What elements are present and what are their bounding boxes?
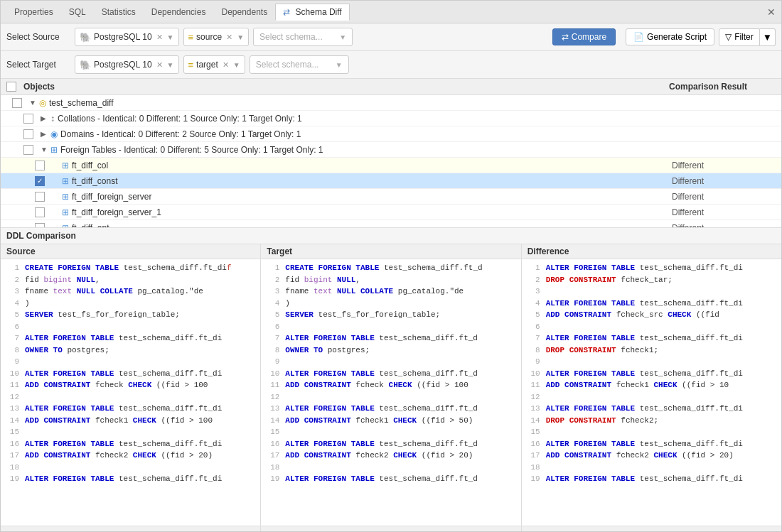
filter-group: ▽ Filter ▼ — [719, 28, 776, 46]
tab-dependents[interactable]: Dependents — [213, 4, 275, 21]
ddl-difference-header: Difference — [522, 244, 781, 259]
tree-toggle[interactable]: ▼ — [41, 146, 48, 153]
ddl-target-code[interactable]: 1CREATE FOREIGN TABLE test_schema_diff.f… — [261, 259, 520, 526]
main-window: Properties SQL Statistics Dependencies D… — [0, 0, 782, 532]
ddl-difference-code[interactable]: 1ALTER FOREIGN TABLE test_schema_diff.ft… — [522, 259, 781, 526]
row-checkbox[interactable] — [35, 223, 45, 229]
tree-label: ft_diff_col — [72, 161, 108, 170]
tree-row[interactable]: ▶ ◉ Domains - Identical: 0 Different: 2 … — [1, 126, 781, 142]
compare-button[interactable]: ⇄ Compare — [552, 28, 616, 45]
source-schema-select[interactable]: Select schema... ▼ — [253, 28, 353, 46]
generate-script-group: 📄 Generate Script — [626, 28, 714, 45]
source-schema-db-select[interactable]: ≡ source ✕ ▼ — [183, 28, 250, 46]
ddl-panels: Source 1CREATE FOREIGN TABLE test_schema… — [1, 244, 781, 531]
target-db-select[interactable]: 🐘 PostgreSQL 10 ✕ ▼ — [75, 55, 179, 74]
tree-result: Different — [672, 161, 778, 170]
generate-script-button[interactable]: 📄 Generate Script — [626, 28, 714, 45]
ddl-target-panel: Target 1CREATE FOREIGN TABLE test_schema… — [261, 244, 521, 531]
ddl-section: DDL Comparison Source 1CREATE FOREIGN TA… — [1, 228, 781, 531]
domain-icon: ◉ — [50, 129, 58, 139]
tree-label: Domains - Identical: 0 Different: 2 Sour… — [60, 129, 301, 139]
tree-row[interactable]: ▼ ⊞ Foreign Tables - Identical: 0 Differ… — [1, 142, 781, 158]
target-db-icon: 🐘 — [80, 60, 91, 70]
source-schema-db-arrow: ▼ — [237, 33, 244, 41]
tree-toggle[interactable]: ▶ — [41, 114, 48, 122]
source-db-select[interactable]: 🐘 PostgreSQL 10 ✕ ▼ — [75, 28, 179, 46]
row-checkbox[interactable]: ✓ — [35, 176, 45, 186]
target-schema-db-arrow: ▼ — [233, 61, 240, 69]
select-all-checkbox[interactable] — [6, 82, 16, 92]
row-checkbox[interactable] — [35, 207, 45, 217]
filter-button[interactable]: ▽ Filter — [719, 28, 760, 46]
ft-icon: ⊞ — [62, 207, 69, 217]
tree-row[interactable]: ✓ ▶ ⊞ ft_diff_const Different — [1, 173, 781, 189]
source-schema-db-icon: ≡ — [188, 32, 194, 43]
tree-row[interactable]: ▶ ↕ Collations - Identical: 0 Different:… — [1, 111, 781, 126]
ddl-header: DDL Comparison — [1, 228, 781, 244]
collation-icon: ↕ — [50, 114, 55, 124]
target-schema-db-select[interactable]: ≡ target ✕ ▼ — [183, 55, 245, 74]
tree-row[interactable]: ▶ ⊞ ft_diff_foreign_server Different — [1, 189, 781, 205]
row-checkbox[interactable] — [35, 192, 45, 202]
ft-icon: ⊞ — [62, 161, 69, 170]
source-label: Select Source — [6, 32, 70, 42]
tree-label: test_schema_diff — [49, 98, 114, 108]
row-checkbox[interactable] — [23, 145, 33, 155]
ddl-target-header: Target — [261, 244, 520, 259]
ddl-source-code[interactable]: 1CREATE FOREIGN TABLE test_schema_diff.f… — [1, 259, 260, 526]
tree-label: ft_diff_opt — [72, 223, 109, 229]
tab-sql[interactable]: SQL — [61, 4, 94, 21]
tree-result: Different — [672, 176, 778, 186]
schema-icon: ◎ — [39, 98, 46, 108]
filter-dropdown-button[interactable]: ▼ — [760, 28, 776, 46]
compare-icon: ⇄ — [562, 32, 569, 42]
tree-label: Collations - Identical: 0 Different: 1 S… — [58, 114, 302, 124]
objects-col-header: Objects — [23, 82, 669, 92]
row-checkbox[interactable] — [23, 114, 33, 124]
tree-row[interactable]: ▼ ◎ test_schema_diff — [1, 95, 781, 111]
target-schema-select[interactable]: Select schema... ▼ — [250, 55, 349, 74]
close-button[interactable]: ✕ — [767, 6, 776, 18]
tab-dependencies[interactable]: Dependencies — [144, 4, 214, 21]
ddl-difference-panel: Difference 1ALTER FOREIGN TABLE test_sch… — [522, 244, 781, 531]
source-schema-db-clear[interactable]: ✕ — [226, 33, 232, 42]
target-scrollbar[interactable] — [261, 526, 520, 531]
tree-label: Foreign Tables - Identical: 0 Different:… — [60, 145, 323, 155]
tree-toggle[interactable]: ▼ — [29, 99, 36, 107]
filter-icon: ▽ — [725, 32, 732, 42]
ft-icon: ⊞ — [62, 223, 69, 229]
target-db-clear[interactable]: ✕ — [156, 60, 163, 70]
ddl-source-header: Source — [1, 244, 260, 259]
source-db-clear[interactable]: ✕ — [156, 33, 163, 42]
row-checkbox[interactable] — [12, 98, 22, 108]
tree-label: ft_diff_foreign_server_1 — [72, 207, 161, 217]
target-schema-db-clear[interactable]: ✕ — [223, 60, 229, 70]
ft-icon: ⊞ — [62, 192, 69, 202]
tree-row[interactable]: ▶ ⊞ ft_diff_foreign_server_1 Different — [1, 205, 781, 220]
target-schema-arrow: ▼ — [336, 61, 343, 69]
target-schema-db-icon: ≡ — [188, 60, 194, 70]
schema-diff-icon: ⇄ — [283, 7, 290, 17]
tab-schema-diff[interactable]: ⇄ Schema Diff — [275, 4, 349, 21]
tree-row[interactable]: ▶ ⊞ ft_diff_col Different — [1, 158, 781, 173]
target-label: Select Target — [6, 60, 70, 70]
tree-result: Different — [672, 207, 778, 217]
difference-scrollbar[interactable] — [522, 526, 781, 531]
tab-statistics[interactable]: Statistics — [94, 4, 144, 21]
tree-row[interactable]: ▶ ⊞ ft_diff_opt Different — [1, 220, 781, 228]
tab-properties[interactable]: Properties — [6, 4, 61, 21]
source-schema-arrow: ▼ — [339, 33, 346, 41]
foreign-tables-icon: ⊞ — [50, 145, 58, 155]
row-checkbox[interactable] — [23, 129, 33, 139]
target-toolbar-row: Select Target 🐘 PostgreSQL 10 ✕ ▼ ≡ targ… — [1, 51, 781, 79]
source-scrollbar[interactable] — [1, 526, 260, 531]
row-checkbox[interactable] — [35, 161, 45, 170]
objects-header: Objects Comparison Result — [1, 79, 781, 95]
tree-label: ft_diff_foreign_server — [72, 192, 152, 202]
ft-icon: ⊞ — [62, 176, 69, 186]
comparison-col-header: Comparison Result — [669, 82, 776, 92]
objects-section: Objects Comparison Result ▼ ◎ test_schem… — [1, 79, 781, 228]
tree-toggle[interactable]: ▶ — [41, 130, 48, 138]
tree-result: Different — [672, 192, 778, 202]
script-icon: 📄 — [633, 32, 644, 42]
